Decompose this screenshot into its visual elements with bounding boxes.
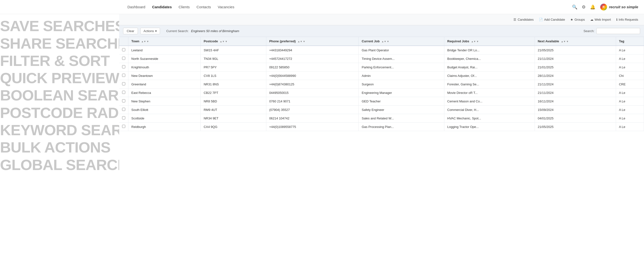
candidates-table: Town ▲▼▼ Postcode ▲▼▼ Phone (preferred) …	[119, 37, 644, 131]
row-checkbox[interactable]	[119, 46, 128, 54]
search-icon[interactable]: 🔍	[572, 4, 577, 10]
sub-nav-item-groups[interactable]: ★Groups	[570, 18, 585, 22]
row-next-available: 15/09/2024	[534, 106, 616, 114]
sub-nav-icon: 📄	[539, 18, 543, 22]
row-checkbox[interactable]	[119, 80, 128, 88]
sub-nav-icon: ☰	[514, 18, 516, 22]
row-postcode: TN34 9GL	[201, 54, 266, 63]
tag-header[interactable]: Tag	[616, 37, 644, 46]
table-row[interactable]: North Suzanneside TN34 9GL +445724417272…	[119, 54, 644, 63]
toolbar: Clear Actions ▾ Current Search: Engineer…	[119, 25, 644, 37]
row-checkbox[interactable]	[119, 88, 128, 97]
next-available-header[interactable]: Next Available ▲▼▼	[534, 37, 616, 46]
search-input[interactable]	[596, 28, 640, 34]
required-jobs-header[interactable]: Required Jobs ▲▼▼	[444, 37, 535, 46]
row-tag: A Le	[616, 97, 644, 106]
table-row[interactable]: Reidburgh CA4 9QG +44(0)1089558775 Gas P…	[119, 122, 644, 131]
settings-icon[interactable]: ⚙	[582, 4, 586, 10]
row-phone: 09122 585850	[266, 63, 358, 72]
row-next-available: 04/01/2025	[534, 114, 616, 122]
table-row[interactable]: Greenland NR31 8NS +44(0)874380125 Surge…	[119, 80, 644, 88]
nav-icons: 🔍 ⚙ 🔔	[572, 4, 595, 10]
nav-link-candidates[interactable]: Candidates	[152, 5, 172, 9]
row-required-jobs: Commercial Diver, H...	[444, 106, 535, 114]
actions-button[interactable]: Actions ▾	[140, 28, 160, 34]
nav-link-clients[interactable]: Clients	[178, 5, 190, 9]
table-row[interactable]: New Deantown CV8 1LS +44(0)5644588990 Ad…	[119, 72, 644, 80]
nav-link-dashboard[interactable]: Dashboard	[128, 5, 145, 9]
bg-text-line: FILTER & SORT	[0, 52, 119, 69]
clear-button[interactable]: Clear	[123, 28, 138, 34]
bg-text-line: BULK ACTIONS	[0, 139, 119, 156]
row-current-job: Gas Plant Operator	[359, 46, 444, 54]
sub-nav-item-web-import[interactable]: ☁Web Import	[590, 18, 611, 22]
row-checkbox[interactable]	[119, 114, 128, 122]
current-job-header[interactable]: Current Job ▲▼▼	[359, 37, 444, 46]
table-row[interactable]: Scottside NR34 9ET 06214 104742 Sales an…	[119, 114, 644, 122]
nav-links: DashboardCandidatesClientsContactsVacanc…	[128, 5, 234, 9]
bg-text-line: GLOBAL SEARCH	[0, 156, 119, 174]
row-tag: CRE	[616, 80, 644, 88]
checkbox-header	[119, 37, 128, 46]
table-row[interactable]: South Elliott RM9 4UT (07904) 35527 Safe…	[119, 106, 644, 114]
candidates-table-container: Town ▲▼▼ Postcode ▲▼▼ Phone (preferred) …	[119, 37, 644, 269]
actions-label: Actions	[144, 29, 154, 33]
row-tag: A Le	[616, 114, 644, 122]
table-header-row: Town ▲▼▼ Postcode ▲▼▼ Phone (preferred) …	[119, 37, 644, 46]
table-row[interactable]: Leeland SW15 4AF +443183449294 Gas Plant…	[119, 46, 644, 54]
town-header[interactable]: Town ▲▼▼	[128, 37, 201, 46]
row-current-job: Surgeon	[359, 80, 444, 88]
sub-nav-icon: ☁	[590, 18, 594, 22]
row-required-jobs: Logging Tractor Ope...	[444, 122, 535, 131]
row-phone: +445724417272	[266, 54, 358, 63]
table-row[interactable]: Knightmouth PR7 5PY 09122 585850 Parking…	[119, 63, 644, 72]
brand-name: recruit so simple	[609, 5, 638, 9]
notifications-icon[interactable]: 🔔	[590, 4, 595, 10]
toolbar-right: Search:	[584, 28, 640, 34]
row-tag: A Le	[616, 88, 644, 97]
phone-header[interactable]: Phone (preferred) ▲▼▼	[266, 37, 358, 46]
row-phone: 04495050015	[266, 88, 358, 97]
search-label: Search:	[584, 29, 594, 33]
table-row[interactable]: New Stephen NR8 5BD 0760 214 9071 GED Te…	[119, 97, 644, 106]
row-phone: +44(0)5644588990	[266, 72, 358, 80]
table-row[interactable]: East Rebecca CB22 7PT 04495050015 Engine…	[119, 88, 644, 97]
row-checkbox[interactable]	[119, 63, 128, 72]
row-tag: A Le	[616, 46, 644, 54]
row-town: North Suzanneside	[128, 54, 201, 63]
row-required-jobs: Bookkeeper, Chemica...	[444, 54, 535, 63]
row-postcode: CV8 1LS	[201, 72, 266, 80]
row-checkbox[interactable]	[119, 122, 128, 131]
row-tag: A Le	[616, 54, 644, 63]
sub-nav-item-candidates[interactable]: ☰Candidates	[514, 18, 534, 22]
row-town: Greenland	[128, 80, 201, 88]
row-tag: A Le	[616, 63, 644, 72]
row-town: Reidburgh	[128, 122, 201, 131]
sub-nav-label: Groups	[574, 18, 585, 22]
row-current-job: Gas Processing Plan...	[359, 122, 444, 131]
row-town: New Stephen	[128, 97, 201, 106]
bg-text-line: SAVE SEARCHES	[0, 17, 119, 34]
postcode-header[interactable]: Postcode ▲▼▼	[201, 37, 266, 46]
row-phone: +44(0)874380125	[266, 80, 358, 88]
row-checkbox[interactable]	[119, 72, 128, 80]
row-required-jobs: Movie Director oR T...	[444, 88, 535, 97]
sub-nav-label: Candidates	[518, 18, 534, 22]
sub-nav-item-add-candidate[interactable]: 📄Add Candidate	[539, 18, 565, 22]
row-postcode: RM9 4UT	[201, 106, 266, 114]
sub-nav: ☰Candidates📄Add Candidate★Groups☁Web Imp…	[119, 14, 644, 25]
row-checkbox[interactable]	[119, 54, 128, 63]
row-next-available: 28/11/2024	[534, 72, 616, 80]
row-checkbox[interactable]	[119, 97, 128, 106]
current-search-label: Current Search:	[166, 29, 189, 33]
bg-text-line: SHARE SEARCHES	[0, 35, 119, 52]
bg-text-line: BOOLEAN SEARCH	[0, 86, 119, 104]
nav-link-vacancies[interactable]: Vacancies	[218, 5, 234, 9]
row-next-available: 21/01/2025	[534, 63, 616, 72]
bg-text-line: QUICK PREVIEW	[0, 69, 119, 86]
row-checkbox[interactable]	[119, 106, 128, 114]
nav-link-contacts[interactable]: Contacts	[196, 5, 211, 9]
row-town: Leeland	[128, 46, 201, 54]
row-next-available: 21/05/2025	[534, 122, 616, 131]
sub-nav-item-info-requests[interactable]: ℹInfo Requests	[616, 18, 638, 22]
